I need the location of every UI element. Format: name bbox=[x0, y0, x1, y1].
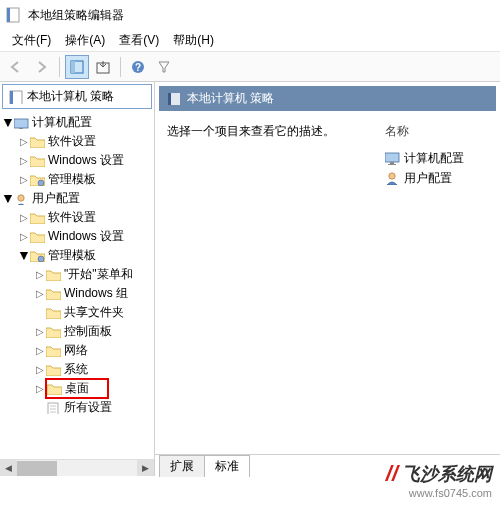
list-item-label: 用户配置 bbox=[404, 170, 452, 187]
svg-text:?: ? bbox=[135, 62, 141, 73]
tree-item-software-settings[interactable]: ▷ 软件设置 bbox=[0, 132, 154, 151]
watermark: //飞沙系统网 www.fs0745.com bbox=[386, 461, 492, 499]
tree-label: 管理模板 bbox=[48, 171, 96, 188]
show-tree-button[interactable] bbox=[65, 55, 89, 79]
menu-help[interactable]: 帮助(H) bbox=[167, 30, 220, 51]
folder-icon bbox=[46, 269, 61, 281]
app-icon bbox=[6, 7, 22, 23]
folder-icon bbox=[46, 288, 61, 300]
folder-icon bbox=[30, 155, 45, 167]
tree-label: 软件设置 bbox=[48, 209, 96, 226]
menu-action[interactable]: 操作(A) bbox=[59, 30, 111, 51]
watermark-text: 飞沙系统网 bbox=[402, 462, 492, 486]
folder-icon bbox=[46, 307, 61, 319]
tree-item-admin-templates-2[interactable]: ⯆ 管理模板 bbox=[0, 246, 154, 265]
tab-standard[interactable]: 标准 bbox=[204, 455, 250, 477]
tree-root[interactable]: 本地计算机 策略 bbox=[2, 84, 152, 109]
pc-icon bbox=[14, 117, 29, 129]
twisty-icon[interactable]: ▷ bbox=[34, 364, 46, 375]
twisty-icon[interactable]: ▷ bbox=[18, 136, 30, 147]
twisty-icon[interactable]: ▷ bbox=[18, 212, 30, 223]
list-item-user-config[interactable]: 用户配置 bbox=[385, 168, 464, 188]
book-icon bbox=[167, 92, 181, 106]
menu-view[interactable]: 查看(V) bbox=[113, 30, 165, 51]
svg-rect-12 bbox=[71, 61, 75, 73]
export-button[interactable] bbox=[91, 55, 115, 79]
tree-label: 用户配置 bbox=[32, 190, 80, 207]
watermark-url: www.fs0745.com bbox=[386, 487, 492, 499]
tree-item-network[interactable]: ▷ 网络 bbox=[0, 341, 154, 360]
tree-item-system[interactable]: ▷ 系统 bbox=[0, 360, 154, 379]
tree-item-all-settings[interactable]: 所有设置 bbox=[0, 398, 154, 417]
back-button bbox=[4, 55, 28, 79]
folder-icon bbox=[46, 326, 61, 338]
user-icon bbox=[385, 171, 400, 185]
tree-scrollbar-h[interactable]: ◀ ▶ bbox=[0, 459, 154, 476]
twisty-icon[interactable]: ▷ bbox=[18, 155, 30, 166]
twisty-icon[interactable]: ⯆ bbox=[18, 250, 30, 261]
tree-label: 桌面 bbox=[65, 380, 89, 397]
tree-label: "开始"菜单和 bbox=[64, 266, 133, 283]
tree-item-desktop[interactable]: ▷ 桌面 bbox=[0, 379, 154, 398]
pc-icon bbox=[385, 151, 400, 165]
detail-prompt: 选择一个项目来查看它的描述。 bbox=[167, 123, 335, 140]
twisty-icon[interactable]: ▷ bbox=[34, 326, 46, 337]
tree-label: Windows 设置 bbox=[48, 152, 124, 169]
twisty-icon[interactable]: ▷ bbox=[34, 269, 46, 280]
scroll-left-button[interactable]: ◀ bbox=[0, 460, 17, 477]
detail-header: 本地计算机 策略 bbox=[159, 86, 496, 111]
tree-item-windows-settings[interactable]: ▷ Windows 设置 bbox=[0, 151, 154, 170]
twisty-icon[interactable]: ▷ bbox=[18, 231, 30, 242]
tree-item-admin-templates[interactable]: ▷ 管理模板 bbox=[0, 170, 154, 189]
window-title: 本地组策略编辑器 bbox=[28, 7, 124, 24]
tree-label: 控制面板 bbox=[64, 323, 112, 340]
folder-icon bbox=[30, 231, 45, 243]
menu-file[interactable]: 文件(F) bbox=[6, 30, 57, 51]
tree-item-windows-settings-2[interactable]: ▷ Windows 设置 bbox=[0, 227, 154, 246]
tree-label: 系统 bbox=[64, 361, 88, 378]
folder-gear-icon bbox=[30, 174, 45, 186]
tree-item-start-menu[interactable]: ▷ "开始"菜单和 bbox=[0, 265, 154, 284]
detail-pane: 本地计算机 策略 选择一个项目来查看它的描述。 名称 计算机配置 用户配置 扩展… bbox=[155, 82, 500, 476]
tree-item-computer-config[interactable]: ⯆ 计算机配置 bbox=[0, 113, 154, 132]
svg-rect-17 bbox=[168, 93, 171, 105]
title-bar: 本地组策略编辑器 bbox=[0, 0, 500, 30]
tree-item-shared-folders[interactable]: 共享文件夹 bbox=[0, 303, 154, 322]
forward-button bbox=[30, 55, 54, 79]
tree-label: Windows 设置 bbox=[48, 228, 124, 245]
tree-item-windows-components[interactable]: ▷ Windows 组 bbox=[0, 284, 154, 303]
folder-icon bbox=[46, 364, 61, 376]
list-item-label: 计算机配置 bbox=[404, 150, 464, 167]
twisty-icon[interactable]: ▷ bbox=[34, 345, 46, 356]
column-header-name[interactable]: 名称 bbox=[385, 123, 464, 140]
tab-extended[interactable]: 扩展 bbox=[159, 455, 205, 477]
tree-label: 所有设置 bbox=[64, 399, 112, 416]
tree-label: 网络 bbox=[64, 342, 88, 359]
book-icon bbox=[9, 90, 23, 104]
user-icon bbox=[14, 193, 29, 205]
tree-item-software-settings-2[interactable]: ▷ 软件设置 bbox=[0, 208, 154, 227]
help-button[interactable]: ? bbox=[126, 55, 150, 79]
toolbar: ? bbox=[0, 52, 500, 82]
tree-root-label: 本地计算机 策略 bbox=[27, 88, 114, 105]
filter-button[interactable] bbox=[152, 55, 176, 79]
tree-item-control-panel[interactable]: ▷ 控制面板 bbox=[0, 322, 154, 341]
folder-icon bbox=[30, 212, 45, 224]
list-item-computer-config[interactable]: 计算机配置 bbox=[385, 148, 464, 168]
tree-label: Windows 组 bbox=[64, 285, 128, 302]
folder-icon bbox=[47, 383, 62, 395]
tree-label: 软件设置 bbox=[48, 133, 96, 150]
tree-pane: 本地计算机 策略 ⯆ 计算机配置 ▷ 软件设置 ▷ Windows 设置 ▷ 管… bbox=[0, 82, 155, 476]
scroll-thumb[interactable] bbox=[17, 461, 57, 476]
twisty-icon[interactable]: ⯆ bbox=[2, 193, 14, 204]
twisty-icon[interactable]: ▷ bbox=[34, 288, 46, 299]
folder-icon bbox=[46, 345, 61, 357]
folder-gear-icon bbox=[30, 250, 45, 262]
tree-label: 管理模板 bbox=[48, 247, 96, 264]
scroll-right-button[interactable]: ▶ bbox=[137, 460, 154, 477]
tree-item-user-config[interactable]: ⯆ 用户配置 bbox=[0, 189, 154, 208]
twisty-icon[interactable]: ⯆ bbox=[2, 117, 14, 128]
twisty-icon[interactable]: ▷ bbox=[18, 174, 30, 185]
tree-label: 计算机配置 bbox=[32, 114, 92, 131]
doc-icon bbox=[46, 402, 61, 414]
